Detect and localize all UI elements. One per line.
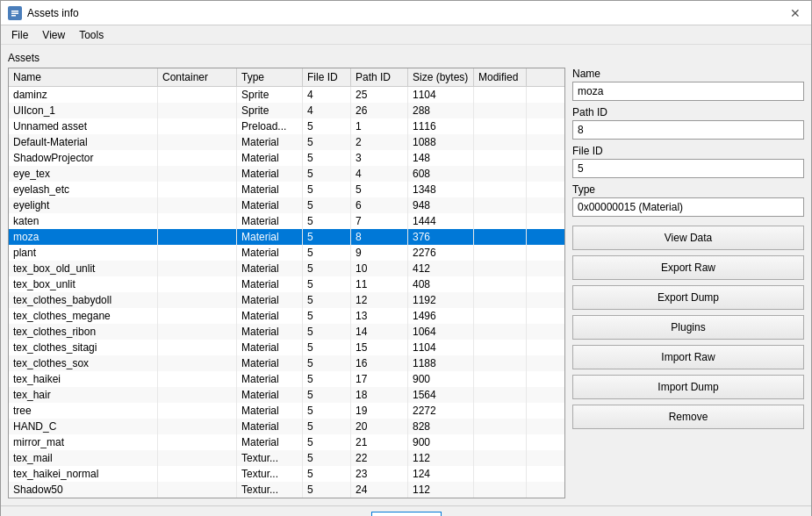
table-cell: Material [237, 197, 303, 213]
table-cell: 5 [303, 213, 351, 229]
table-cell: 828 [408, 419, 474, 434]
table-row[interactable]: plantMaterial592276 [9, 245, 564, 261]
menu-view[interactable]: View [35, 27, 72, 43]
table-cell: 17 [351, 371, 408, 387]
table-cell: 1496 [408, 308, 474, 324]
table-row[interactable]: tex_box_old_unlitMaterial510412 [9, 261, 564, 276]
table-cell: katen [9, 213, 158, 229]
table-cell [158, 87, 237, 103]
table-cell [474, 213, 527, 229]
table-row[interactable]: Shadow50Textur...524112 [9, 482, 564, 498]
table-row[interactable]: tex_hairMaterial5181564 [9, 387, 564, 403]
ok-button[interactable]: OK [371, 512, 442, 516]
path-id-input[interactable] [572, 120, 804, 140]
table-row[interactable]: tex_mailTextur...522112 [9, 450, 564, 466]
table-cell: eye_tex [9, 166, 158, 182]
table-cell: 4 [351, 166, 408, 182]
table-row[interactable]: tex_haikeiMaterial517900 [9, 371, 564, 387]
table-cell: 15 [351, 340, 408, 355]
table-row[interactable]: daminzSprite4251104 [9, 87, 564, 103]
menu-bar: File View Tools [1, 25, 811, 45]
table-cell: tex_clothes_sitagi [9, 340, 158, 355]
table-cell [474, 197, 527, 213]
table-row[interactable]: treeMaterial5192272 [9, 403, 564, 419]
table-row[interactable]: eye_texMaterial54608 [9, 166, 564, 182]
table-cell: 900 [408, 434, 474, 450]
table-cell: 2272 [408, 403, 474, 419]
content-area: Assets Name Container Type File ID Path … [1, 45, 811, 505]
table-cell [474, 166, 527, 182]
table-row[interactable]: mozaMaterial58376 [9, 229, 564, 245]
table-cell: 13 [351, 308, 408, 324]
table-row[interactable]: katenMaterial571444 [9, 213, 564, 229]
view-data-button[interactable]: View Data [572, 226, 804, 250]
table-row[interactable]: eyelightMaterial56948 [9, 197, 564, 213]
table-cell [158, 213, 237, 229]
table-cell [474, 466, 527, 482]
table-cell: 1116 [408, 118, 474, 134]
name-input[interactable] [572, 82, 804, 101]
table-cell: Preload... [237, 118, 303, 134]
table-cell: 5 [303, 261, 351, 276]
title-bar-left: Assets info [8, 6, 79, 20]
menu-file[interactable]: File [4, 27, 35, 43]
table-cell [474, 450, 527, 466]
table-row[interactable]: Default-MaterialMaterial521088 [9, 134, 564, 150]
table-row[interactable]: UIIcon_1Sprite426288 [9, 103, 564, 118]
close-button[interactable]: ✕ [787, 4, 804, 22]
table-cell [474, 245, 527, 261]
table-cell [474, 434, 527, 450]
svg-rect-3 [11, 15, 16, 17]
table-cell [474, 229, 527, 245]
table-row[interactable]: tex_haikei_normalTextur...523124 [9, 466, 564, 482]
type-input[interactable] [572, 197, 804, 217]
table-cell: Material [237, 340, 303, 355]
table-cell [474, 182, 527, 197]
table-cell: 5 [303, 419, 351, 434]
table-cell [158, 450, 237, 466]
table-cell: moza [9, 229, 158, 245]
menu-tools[interactable]: Tools [72, 27, 111, 43]
table-cell [158, 292, 237, 308]
table-cell: 14 [351, 324, 408, 340]
plugins-button[interactable]: Plugins [572, 315, 804, 340]
table-cell: 1104 [408, 340, 474, 355]
table-cell: 6 [351, 197, 408, 213]
export-dump-button[interactable]: Export Dump [572, 285, 804, 310]
export-raw-button[interactable]: Export Raw [572, 255, 804, 280]
table-row[interactable]: eyelash_etcMaterial551348 [9, 182, 564, 197]
table-cell: 22 [351, 450, 408, 466]
table-row[interactable]: tex_clothes_soxMaterial5161188 [9, 355, 564, 371]
table-row[interactable]: ShadowProjectorMaterial53148 [9, 150, 564, 166]
table-cell: 2276 [408, 245, 474, 261]
table-header: Name Container Type File ID Path ID Size… [9, 68, 564, 87]
table-row[interactable]: tex_clothes_sitagiMaterial5151104 [9, 340, 564, 355]
table-row[interactable]: tex_clothes_meganeMaterial5131496 [9, 308, 564, 324]
title-bar: Assets info ✕ [1, 1, 811, 25]
table-cell: 5 [303, 276, 351, 292]
table-cell: 608 [408, 166, 474, 182]
file-id-input[interactable] [572, 159, 804, 178]
table-row[interactable]: HAND_CMaterial520828 [9, 419, 564, 434]
table-cell [474, 340, 527, 355]
table-cell: 1348 [408, 182, 474, 197]
table-row[interactable]: tex_clothes_ribonMaterial5141064 [9, 324, 564, 340]
remove-button[interactable]: Remove [572, 405, 804, 429]
table-cell: 23 [351, 466, 408, 482]
table-row[interactable]: mirror_matMaterial521900 [9, 434, 564, 450]
table-cell: 1192 [408, 292, 474, 308]
table-cell: tex_box_unlit [9, 276, 158, 292]
table-cell [474, 292, 527, 308]
table-row[interactable]: Unnamed assetPreload...511116 [9, 118, 564, 134]
table-body[interactable]: daminzSprite4251104UIIcon_1Sprite426288U… [9, 87, 564, 498]
table-cell: 5 [303, 308, 351, 324]
import-dump-button[interactable]: Import Dump [572, 375, 804, 399]
table-row[interactable]: tex_clothes_babydollMaterial5121192 [9, 292, 564, 308]
import-raw-button[interactable]: Import Raw [572, 345, 804, 369]
table-row[interactable]: tex_box_unlitMaterial511408 [9, 276, 564, 292]
table-cell: Material [237, 387, 303, 403]
table-cell [158, 371, 237, 387]
table-cell: mirror_mat [9, 434, 158, 450]
table-cell [158, 261, 237, 276]
header-pathid: Path ID [351, 68, 408, 86]
